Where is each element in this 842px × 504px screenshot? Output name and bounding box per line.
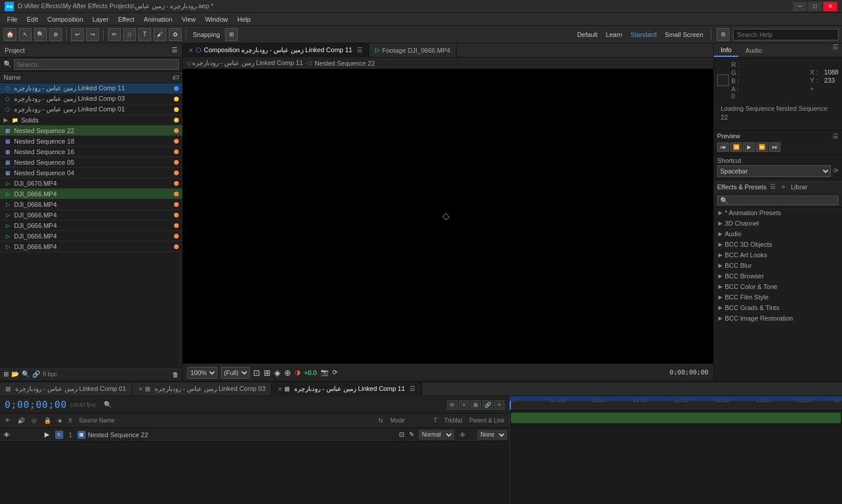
list-item[interactable]: ▦ Nested Sequence 18	[0, 136, 182, 147]
effect-audio[interactable]: ▶ Audio	[714, 229, 842, 239]
skip-start-btn[interactable]: ⏮	[717, 142, 729, 152]
layer-label-toggle[interactable]: ▶	[45, 431, 53, 438]
list-item[interactable]: ▷ DJI_0666.MP4	[0, 189, 182, 199]
list-item[interactable]: ▦ Nested Sequence 04	[0, 168, 182, 178]
settings-btn[interactable]: ⚙	[717, 28, 729, 41]
effect-3d-channel[interactable]: ▶ 3D Channel	[714, 218, 842, 229]
tl-btn-5[interactable]: ⟡	[494, 400, 504, 410]
shape-tool[interactable]: □	[123, 28, 136, 41]
timeline-track-bar[interactable]	[511, 413, 841, 423]
home-tool[interactable]: 🏠	[4, 28, 16, 41]
viewer-tab-footage[interactable]: ▷ Footage DJI_0666.MP4	[369, 43, 456, 57]
effect-bcc-browser[interactable]: ▶ BCC Browser	[714, 271, 842, 281]
skip-end-btn[interactable]: ⏭	[769, 142, 780, 152]
new-folder-icon[interactable]: 📂	[11, 370, 19, 378]
breadcrumb-comp[interactable]: ◁ زمین عباس - رودبارچره Linked Comp 11	[186, 59, 303, 67]
search-icon-footer[interactable]: 🔍	[22, 370, 30, 378]
effect-bcc-art-looks[interactable]: ▶ BCC Art Looks	[714, 250, 842, 260]
list-item[interactable]: ▷ DJI_0666.MP4	[0, 231, 182, 241]
comp11-menu-icon[interactable]: ☰	[410, 385, 415, 393]
zoom-tool[interactable]: ⊕	[49, 28, 62, 41]
layout-default[interactable]: Default	[575, 31, 600, 38]
tab-audio[interactable]: Audio	[738, 43, 769, 57]
viewer-btn-3[interactable]: ◈	[274, 368, 281, 377]
viewer-btn-2[interactable]: ⊞	[264, 368, 271, 377]
layer-parent-select[interactable]: None	[478, 430, 507, 440]
project-search-input[interactable]	[14, 59, 179, 70]
step-back-btn[interactable]: ⏪	[730, 142, 742, 152]
select-tool[interactable]: ↖	[19, 28, 32, 41]
layout-small[interactable]: Small Screen	[663, 31, 705, 38]
list-item[interactable]: ▷ DJI_0666.MP4	[0, 220, 182, 231]
breadcrumb-seq[interactable]: Nested Sequence 22	[315, 60, 375, 67]
menu-effect[interactable]: Effect	[113, 15, 139, 24]
menu-layer[interactable]: Layer	[88, 15, 114, 24]
viewer-tab-comp[interactable]: ✕ ⬡ Composition زمین عباس - رودبارچره Li…	[183, 43, 369, 57]
snapping-toggle[interactable]: ⊞	[225, 28, 238, 41]
work-area-bar[interactable]	[510, 396, 842, 401]
preview-menu-icon[interactable]: ☰	[833, 132, 838, 140]
timeline-tab-comp11[interactable]: ✕ زمین عباس - رودبارچره Linked Comp 11 ☰	[272, 382, 422, 396]
effects-menu-icon[interactable]: ☰	[770, 183, 776, 190]
timeline-tab-comp01[interactable]: زمین عباس - رودبارچره Linked Comp 01	[0, 382, 132, 396]
list-item[interactable]: ▦ Nested Sequence 05	[0, 157, 182, 168]
effect-bcc-color-tone[interactable]: ▶ BCC Color & Tone	[714, 281, 842, 292]
redo-tool[interactable]: ↪	[86, 28, 99, 41]
tl-btn-1[interactable]: ⟳	[447, 400, 458, 410]
tab-info[interactable]: Info	[714, 43, 738, 57]
viewer-btn-4[interactable]: ⊕	[284, 368, 291, 377]
layout-standard[interactable]: Standard	[628, 31, 659, 38]
shortcut-reset-icon[interactable]: ⟳	[833, 167, 838, 175]
effect-animation-presets[interactable]: ▶ * Animation Presets	[714, 207, 842, 218]
effect-bcc-grads-tints[interactable]: ▶ BCC Grads & Tints	[714, 302, 842, 313]
quality-select[interactable]: (Full) (Half)	[221, 367, 250, 379]
layer-visibility-toggle[interactable]: 👁	[2, 431, 11, 438]
list-item[interactable]: ▷ DJI_0666.MP4	[0, 199, 182, 210]
list-item[interactable]: ▶ 📁 Solids	[0, 115, 182, 125]
info-menu-icon[interactable]: ☰	[829, 43, 842, 57]
search-icon-tl[interactable]: 🔍	[104, 401, 112, 408]
text-tool[interactable]: T	[138, 28, 151, 41]
maximize-button[interactable]: □	[808, 2, 822, 11]
list-item[interactable]: ▷ DJI_0666.MP4	[0, 210, 182, 220]
effects-expand-icon[interactable]: »	[782, 183, 785, 190]
shortcut-select[interactable]: Spacebar	[717, 165, 831, 177]
brush-tool[interactable]: 🖌	[154, 28, 166, 41]
dependency-icon[interactable]: 🔗	[32, 370, 40, 378]
pen-tool[interactable]: ✏	[108, 28, 121, 41]
tl-btn-3[interactable]: ⊞	[471, 400, 481, 410]
play-btn[interactable]: ▶	[743, 142, 755, 152]
menu-view[interactable]: View	[177, 15, 200, 24]
menu-composition[interactable]: Composition	[43, 15, 88, 24]
effect-bcc-image-restoration[interactable]: ▶ BCC Image Restoration	[714, 313, 842, 323]
effect-bcc-3d-objects[interactable]: ▶ BCC 3D Objects	[714, 239, 842, 250]
list-item[interactable]: ⬡ زمین عباس - رودبارچره Linked Comp 11	[0, 83, 182, 94]
list-item[interactable]: ▷ DJI_0670.MP4	[0, 178, 182, 189]
minimize-button[interactable]: ─	[793, 2, 807, 11]
undo-tool[interactable]: ↩	[71, 28, 84, 41]
new-comp-icon[interactable]: ⊞	[4, 370, 9, 378]
layer-name[interactable]: Nested Sequence 22	[88, 431, 397, 438]
layer-edit-icon[interactable]: ✎	[409, 431, 414, 438]
zoom-select[interactable]: 100% 50% 200%	[188, 367, 217, 379]
list-item[interactable]: ▷ DJI_0666.MP4	[0, 241, 182, 252]
layer-mode-select[interactable]: Normal	[419, 430, 454, 440]
list-item[interactable]: ▦ Nested Sequence 22	[0, 125, 182, 136]
comp03-close[interactable]: ✕	[138, 386, 143, 392]
viewer-btn-1[interactable]: ⊡	[253, 368, 260, 377]
info-plus-icon[interactable]: +	[810, 85, 814, 92]
layout-learn[interactable]: Learn	[604, 31, 625, 38]
search-help-input[interactable]	[733, 29, 838, 40]
viewer-tab-comp-close[interactable]: ✕	[189, 47, 193, 53]
delete-icon[interactable]: 🗑	[172, 371, 179, 378]
timeline-tab-comp03[interactable]: ✕ زمین عباس - رودبارچره Linked Comp 03	[132, 382, 272, 396]
close-button[interactable]: ✕	[823, 2, 837, 11]
effects-search-input[interactable]	[717, 196, 838, 205]
menu-animation[interactable]: Animation	[139, 15, 177, 24]
tl-btn-4[interactable]: 🔗	[482, 400, 493, 410]
list-item[interactable]: ⬡ زمین عباس - رودبارچره Linked Comp 03	[0, 94, 182, 104]
search-tool[interactable]: 🔍	[34, 28, 47, 41]
effect-bcc-blur[interactable]: ▶ BCC Blur	[714, 260, 842, 271]
project-menu-icon[interactable]: ☰	[172, 46, 178, 54]
comp11-close[interactable]: ✕	[278, 386, 282, 392]
